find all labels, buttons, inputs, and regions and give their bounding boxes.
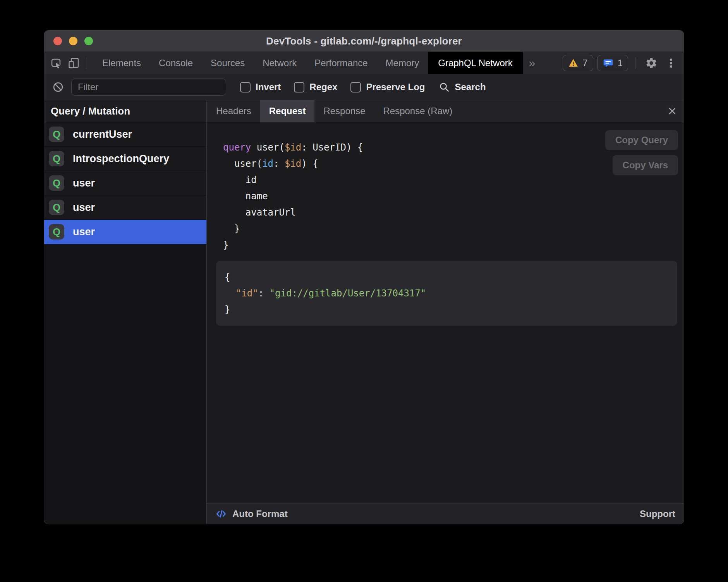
copy-vars-button[interactable]: Copy Vars [613, 155, 678, 175]
support-link[interactable]: Support [640, 508, 675, 519]
code-line: } [225, 301, 669, 318]
query-type-badge: Q [49, 175, 64, 191]
query-type-badge: Q [49, 224, 64, 240]
detail-tab-request[interactable]: Request [260, 100, 315, 122]
detail-tabs: HeadersRequestResponseResponse (Raw) [207, 100, 461, 122]
preserve-log-checkbox[interactable]: Preserve Log [350, 82, 425, 92]
filter-input[interactable] [71, 79, 226, 96]
checkbox-box [294, 82, 304, 92]
main-toolbar: ElementsConsoleSourcesNetworkPerformance… [44, 52, 684, 74]
query-list-item-introspectionquery[interactable]: QIntrospectionQuery [44, 147, 206, 171]
tab-graphql-network[interactable]: GraphQL Network [428, 52, 523, 74]
window-titlebar: DevTools - gitlab.com/-/graphql-explorer [44, 31, 684, 52]
issues-count: 1 [618, 58, 623, 68]
code-format-icon [215, 508, 227, 520]
checkbox-box [240, 82, 251, 92]
detail-tab-response[interactable]: Response [314, 100, 374, 122]
toolbar-divider [635, 57, 635, 69]
warning-icon [568, 58, 579, 68]
checkbox-box [350, 82, 361, 92]
device-toolbar-button[interactable] [65, 52, 83, 74]
tab-console[interactable]: Console [150, 52, 202, 74]
inspect-element-button[interactable] [47, 52, 65, 74]
query-list-item-user[interactable]: Quser [44, 220, 206, 244]
query-list-item-user[interactable]: Quser [44, 171, 206, 195]
query-list-item-user[interactable]: Quser [44, 195, 206, 220]
search-icon [439, 82, 450, 93]
close-icon [667, 106, 677, 116]
detail-footer: Auto Format Support [207, 503, 684, 524]
search-label: Search [455, 82, 486, 92]
checkbox-label: Invert [256, 82, 281, 92]
filter-options: Invert Regex Preserve Log [240, 82, 425, 92]
request-view: Copy Query Copy Vars query user($id: Use… [207, 122, 684, 503]
toolbar-right-group: 7 1 [563, 52, 684, 74]
issues-badge[interactable]: 1 [597, 55, 628, 71]
content-area: Query / Mutation QcurrentUserQIntrospect… [44, 100, 684, 524]
query-sidebar: Query / Mutation QcurrentUserQIntrospect… [44, 100, 207, 524]
code-line: avatarUrl [223, 204, 684, 221]
query-list-item-currentuser[interactable]: QcurrentUser [44, 122, 206, 147]
main-tab-strip: ElementsConsoleSourcesNetworkPerformance… [93, 52, 523, 74]
copy-button-group: Copy Query Copy Vars [605, 130, 678, 175]
window-title: DevTools - gitlab.com/-/graphql-explorer [44, 35, 684, 47]
query-item-label: user [73, 177, 95, 189]
inspect-cursor-icon [50, 56, 63, 70]
code-line: } [223, 237, 684, 253]
checkbox-label: Preserve Log [366, 82, 425, 92]
clear-filter-button[interactable] [50, 81, 66, 93]
query-list: QcurrentUserQIntrospectionQueryQuserQuse… [44, 122, 206, 244]
auto-format-button[interactable]: Auto Format [215, 508, 288, 520]
gear-icon [645, 57, 658, 69]
code-line: } [223, 221, 684, 237]
close-panel-button[interactable] [661, 100, 684, 122]
regex-checkbox[interactable]: Regex [294, 82, 337, 92]
tab-memory[interactable]: Memory [377, 52, 428, 74]
tab-performance[interactable]: Performance [306, 52, 376, 74]
device-toolbar-icon [67, 56, 81, 70]
invert-checkbox[interactable]: Invert [240, 82, 281, 92]
block-icon [52, 81, 64, 93]
query-type-badge: Q [49, 200, 64, 215]
desktop-background: { "window": { "title": "DevTools - gitla… [0, 0, 728, 582]
copy-query-button[interactable]: Copy Query [605, 130, 678, 150]
query-variables-code: { "id": "gid://gitlab/User/13704317"} [225, 269, 669, 318]
query-item-label: user [73, 226, 95, 238]
tab-network[interactable]: Network [254, 52, 306, 74]
detail-tab-headers[interactable]: Headers [207, 100, 260, 122]
checkbox-label: Regex [309, 82, 337, 92]
search-toggle[interactable]: Search [439, 82, 486, 93]
filter-toolbar: Invert Regex Preserve Log Search [44, 74, 684, 100]
detail-tab-strip: HeadersRequestResponseResponse (Raw) [207, 100, 684, 122]
code-line: { [225, 269, 669, 285]
more-tabs-button[interactable]: » [523, 52, 541, 74]
variables-box: { "id": "gid://gitlab/User/13704317"} [216, 261, 677, 326]
more-options-button[interactable] [664, 57, 678, 69]
code-line: "id": "gid://gitlab/User/13704317" [225, 285, 669, 301]
auto-format-label: Auto Format [232, 508, 288, 519]
sidebar-header: Query / Mutation [44, 100, 206, 122]
query-type-badge: Q [49, 151, 64, 166]
tab-elements[interactable]: Elements [93, 52, 150, 74]
message-bubble-icon [603, 58, 614, 68]
query-item-label: IntrospectionQuery [73, 153, 169, 165]
settings-button[interactable] [642, 57, 660, 69]
detail-panel: HeadersRequestResponseResponse (Raw) Cop… [207, 100, 684, 524]
tab-sources[interactable]: Sources [202, 52, 254, 74]
kebab-menu-icon [665, 57, 677, 69]
devtools-window: DevTools - gitlab.com/-/graphql-explorer… [44, 30, 684, 524]
warnings-badge[interactable]: 7 [563, 55, 593, 71]
detail-tab-response-raw[interactable]: Response (Raw) [374, 100, 461, 122]
query-type-badge: Q [49, 127, 64, 142]
warnings-count: 7 [582, 58, 587, 68]
toolbar-divider [86, 57, 86, 69]
code-line: name [223, 188, 684, 204]
query-item-label: currentUser [73, 128, 132, 140]
query-item-label: user [73, 202, 95, 214]
